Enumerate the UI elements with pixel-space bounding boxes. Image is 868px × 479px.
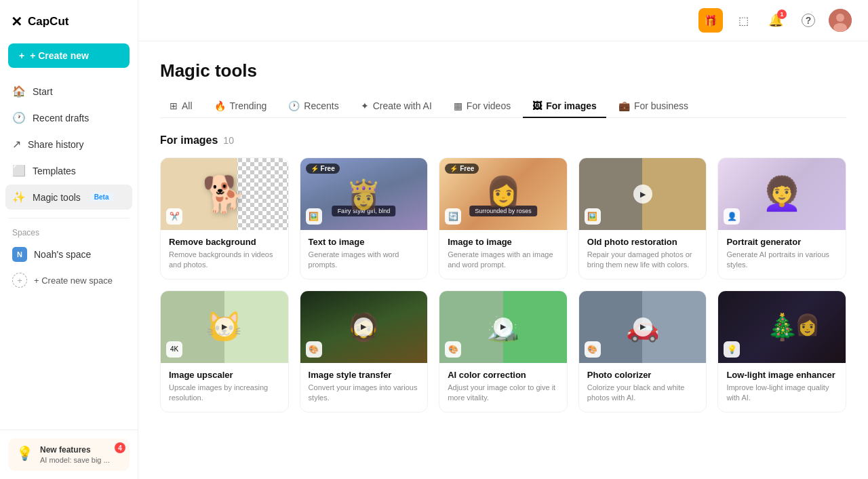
sidebar-label-magic-tools: Magic tools	[33, 192, 81, 203]
free-icon2: ⚡	[450, 165, 458, 172]
template-icon: ⬜	[12, 164, 26, 177]
beta-badge: Beta	[90, 193, 113, 202]
tab-videos-label: For videos	[467, 100, 511, 111]
card-image-remove-bg: 🐕 ✂️	[161, 158, 288, 230]
tool-card-low-light[interactable]: 🎄 👩 💡 Low-light image enhancer Improve l…	[717, 290, 846, 413]
sidebar-item-templates[interactable]: ⬜ Templates	[5, 158, 132, 183]
card-desc-style: Convert your images into various styles.	[309, 383, 420, 404]
recents-icon: 🕐	[288, 100, 300, 111]
tab-recents-label: Recents	[304, 100, 338, 111]
card-info-img-img: Image to image Generate images with an i…	[439, 230, 567, 279]
card-desc-colorizer: Colorize your black and white photos wit…	[587, 383, 698, 404]
sidebar-item-magic-tools[interactable]: ✨ Magic tools Beta	[5, 185, 132, 210]
create-space-label: + Create new space	[34, 275, 113, 286]
ai-icon: ✦	[361, 100, 369, 111]
help-button[interactable]: ?	[796, 8, 821, 33]
tool-icon-colorizer: 🎨	[585, 341, 601, 358]
content-area: Magic tools ⊞ All 🔥 Trending 🕐 Recents ✦…	[138, 41, 868, 479]
plus-circle-icon: +	[12, 273, 27, 288]
layers-icon: ⬚	[738, 14, 749, 27]
magic-icon: ✨	[12, 191, 26, 204]
tool-icon-img-img: 🔄	[445, 208, 461, 225]
sidebar-label-templates: Templates	[33, 166, 76, 176]
card-title-remove-bg: Remove background	[169, 237, 280, 247]
tool-icon-portrait: 👤	[724, 208, 740, 225]
card-desc-lowlight: Improve low-light image quality with AI.	[726, 383, 837, 404]
main-content: 🎁 ⬚ 🔔 1 ? Magic tools ⊞ All	[138, 0, 868, 479]
new-features-description: AI model: save big ...	[40, 456, 110, 464]
card-image-img-to-img: ⚡Free Surrounded by roses 👩 🔄	[439, 158, 567, 230]
tool-card-photo-restoration[interactable]: ▶ 🖼️ Old photo restoration Repair your d…	[578, 157, 707, 280]
section-title: For images	[160, 134, 218, 147]
avatar[interactable]	[829, 9, 852, 32]
tool-card-color-correction[interactable]: 🏔️ ▶ 🎨 AI color correction Adjust your i…	[439, 290, 568, 413]
card-image-portrait: 👩‍🦱 👤	[718, 158, 846, 230]
trending-icon: 🔥	[214, 100, 226, 111]
create-new-button[interactable]: + + Create new	[8, 43, 130, 68]
play-icon-restore: ▶	[633, 185, 652, 204]
sidebar-item-share-history[interactable]: ↗ Share history	[5, 132, 132, 157]
tab-create-with-ai[interactable]: ✦ Create with AI	[351, 95, 441, 118]
tab-for-videos[interactable]: ▦ For videos	[444, 95, 520, 118]
create-new-space-button[interactable]: + + Create new space	[5, 267, 132, 293]
tab-for-business[interactable]: 💼 For business	[609, 95, 698, 118]
notifications-button[interactable]: 🔔 1	[764, 8, 788, 33]
tab-all[interactable]: ⊞ All	[160, 95, 202, 118]
new-features-label: New features	[40, 445, 110, 455]
card-desc-upscaler: Upscale images by increasing resolution.	[169, 383, 280, 404]
new-features-badge: 4	[115, 442, 125, 453]
capcut-logo-icon: ✕	[11, 14, 22, 30]
tool-card-image-to-image[interactable]: ⚡Free Surrounded by roses 👩 🔄 Image to i…	[439, 157, 568, 280]
card-desc-remove-bg: Remove backgrounds in videos and photos.	[169, 250, 280, 271]
lightbulb-icon: 💡	[16, 445, 33, 461]
free-badge-img-img: ⚡Free	[445, 164, 479, 174]
business-icon: 💼	[618, 100, 630, 111]
sidebar-item-noahs-space[interactable]: N Noah's space	[5, 242, 132, 267]
tab-trending[interactable]: 🔥 Trending	[205, 95, 277, 118]
tool-card-photo-colorizer[interactable]: 🚗 ▶ 🎨 Photo colorizer Colorize your blac…	[578, 290, 707, 413]
card-image-photo-restore: ▶ 🖼️	[579, 158, 707, 230]
tool-card-text-to-image[interactable]: ⚡Free Fairy style girl, blnd 👸 🖼️ Text t…	[300, 157, 429, 280]
card-title-colorizer: Photo colorizer	[587, 370, 698, 380]
create-new-label: + Create new	[30, 50, 89, 61]
tab-for-images[interactable]: 🖼 For images	[523, 95, 606, 118]
card-image-lowlight: 🎄 👩 💡	[718, 291, 846, 363]
tab-recents[interactable]: 🕐 Recents	[279, 95, 348, 118]
card-info-remove-bg: Remove background Remove backgrounds in …	[161, 230, 288, 279]
tool-icon-text-img: 🖼️	[306, 208, 322, 225]
play-icon-upscaler: ▶	[215, 318, 234, 337]
spaces-label: Spaces	[0, 224, 138, 242]
card-title-img-img: Image to image	[448, 237, 559, 247]
sidebar-navigation: 🏠 Start 🕐 Recent drafts ↗ Share history …	[0, 76, 138, 212]
tool-card-remove-background[interactable]: 🐕 ✂️ Remove background Remove background…	[160, 157, 289, 280]
gift-button[interactable]: 🎁	[698, 8, 723, 33]
card-desc-text-img: Generate images with word prompts.	[309, 250, 420, 271]
free-icon: ⚡	[311, 165, 319, 172]
svg-point-1	[836, 14, 844, 22]
play-icon-colorizer: ▶	[633, 318, 652, 337]
card-image-colorizer: 🚗 ▶ 🎨	[579, 291, 707, 363]
card-image-color: 🏔️ ▶ 🎨	[439, 291, 567, 363]
tool-card-style-transfer[interactable]: 🧔 ▶ 🎨 Image style transfer Convert your …	[300, 290, 429, 413]
sidebar-label-start: Start	[33, 86, 53, 97]
tool-icon-color: 🎨	[445, 341, 461, 358]
all-icon: ⊞	[170, 100, 178, 111]
card-info-upscaler: Image upscaler Upscale images by increas…	[161, 363, 288, 412]
card-image-style: 🧔 ▶ 🎨	[300, 291, 428, 363]
layers-button[interactable]: ⬚	[731, 8, 755, 33]
tool-card-image-upscaler[interactable]: 🐱 ▶ 4K Image upscaler Upscale images by …	[160, 290, 289, 413]
free-badge-text-img: ⚡Free	[306, 164, 340, 174]
card-title-text-img: Text to image	[309, 237, 420, 247]
share-icon: ↗	[12, 138, 21, 151]
tool-icon-remove-bg: ✂️	[166, 208, 182, 225]
tab-images-label: For images	[546, 100, 597, 111]
tab-trending-label: Trending	[230, 100, 267, 111]
sidebar-item-start[interactable]: 🏠 Start	[5, 79, 132, 104]
space-name: Noah's space	[34, 249, 91, 260]
section-count: 10	[223, 135, 234, 146]
tool-card-portrait-generator[interactable]: 👩‍🦱 👤 Portrait generator Generate AI por…	[717, 157, 846, 280]
sidebar-label-share-history: Share history	[28, 139, 83, 150]
sidebar-item-recent-drafts[interactable]: 🕐 Recent drafts	[5, 105, 132, 130]
new-features-text: New features AI model: save big ...	[40, 445, 110, 464]
new-features-card[interactable]: 💡 New features AI model: save big ... 4	[8, 438, 130, 471]
